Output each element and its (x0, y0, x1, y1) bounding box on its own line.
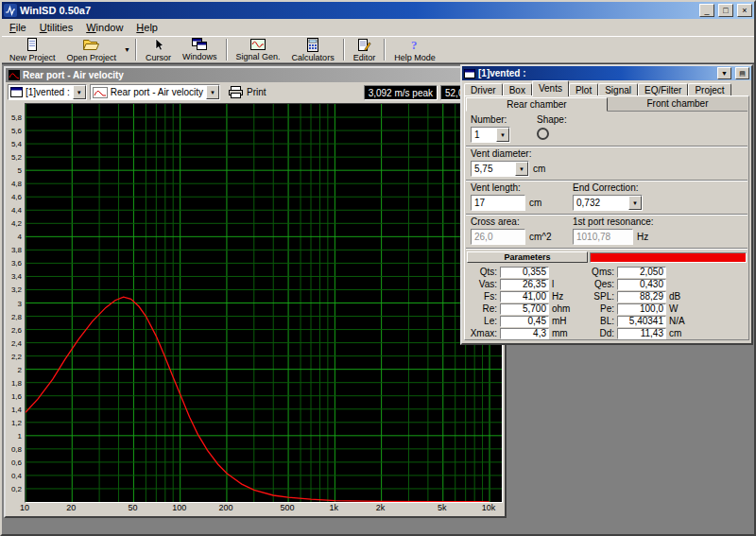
minimize-button[interactable]: _ (699, 4, 714, 17)
toolbar-button-label: Signal Gen. (236, 52, 281, 61)
parameter-label: Le: (468, 316, 500, 326)
window-title: WinISD 0.50a7 (20, 5, 696, 16)
vent-diameter-select[interactable]: 5,75 ▼ (471, 161, 529, 177)
print-button[interactable]: Print (223, 84, 272, 101)
parameter-value: 41,00 (500, 291, 549, 303)
chart-window-icon (9, 70, 20, 80)
y-axis-label: 4,4 (11, 206, 22, 215)
tab-rear-chamber[interactable]: Rear chamber (466, 97, 608, 112)
plot-type-select-value: Rear port - Air velocity (108, 87, 206, 97)
dropdown-arrow-icon[interactable]: ▼ (515, 162, 528, 176)
parameter-row: Le:0,45mHBL:5,40341N/A (468, 315, 746, 327)
plot-type-select[interactable]: Rear port - Air velocity ▼ (90, 84, 220, 100)
parameter-unit: cm (666, 328, 698, 338)
tab-front-chamber[interactable]: Front chamber (608, 97, 747, 112)
app-icon (4, 4, 17, 17)
parameter-row: Qts:0,355Qms:2,050 (468, 266, 746, 278)
chamber-tabs: Rear chamberFront chamber (466, 97, 747, 112)
maximize-button[interactable]: □ (718, 4, 733, 17)
parameter-value: 11,43 (617, 328, 666, 339)
parameter-value: 4,3 (500, 328, 549, 339)
y-axis-label: 1,4 (11, 405, 22, 413)
vent-number-select[interactable]: 1 ▼ (471, 127, 510, 143)
menu-window[interactable]: Window (79, 20, 129, 35)
tab-box[interactable]: Box (503, 83, 532, 96)
dropdown-arrow-icon[interactable]: ▼ (206, 85, 219, 99)
parameters-button[interactable]: Parameters (467, 251, 588, 263)
y-axis-label: 0,8 (11, 444, 22, 453)
tab-signal[interactable]: Signal (598, 83, 638, 96)
parameter-label: Qes: (581, 279, 617, 289)
vent-shape-circle-icon[interactable] (537, 128, 549, 140)
toolbar-calculators-button[interactable]: Calculators (286, 37, 340, 62)
tab-driver[interactable]: Driver (464, 83, 503, 96)
calculators-icon (307, 38, 318, 52)
vent-length-input[interactable] (471, 195, 525, 211)
toolbar-cursor-button[interactable]: Cursor (140, 37, 177, 62)
y-axis-label: 4,8 (11, 180, 22, 188)
vent-diameter-value: 5,75 (472, 164, 515, 174)
parameter-unit: mH (549, 316, 581, 326)
vent-diameter-unit: cm (533, 164, 545, 174)
toolbar-help-mode-button[interactable]: ?Help Mode (388, 37, 441, 62)
end-correction-select[interactable]: 0,732 ▼ (573, 195, 643, 211)
toolbar-separator (384, 39, 386, 61)
dropdown-arrow-icon[interactable]: ▼ (628, 196, 642, 210)
curve-icon (91, 87, 108, 98)
peak-readout: 3,092 m/s peak (364, 85, 438, 100)
parameter-label: Dd: (581, 328, 617, 338)
parameter-unit: N/A (666, 316, 698, 326)
x-axis-label: 500 (281, 503, 295, 512)
air-velocity-plot[interactable] (26, 104, 502, 502)
parameters-grid: Qts:0,355Qms:2,050Vas:26,35lQes:0,430Fs:… (466, 265, 747, 340)
toolbar-signal-gen-button[interactable]: Signal Gen. (231, 37, 286, 62)
toolbar-button-label: Windows (182, 52, 217, 61)
parameter-unit: dB (666, 291, 698, 302)
parameter-value: 0,430 (617, 279, 666, 290)
project-window: [1]vented : ▼ ▤ DriverBoxVentsPlotSignal… (460, 64, 753, 345)
toolbar-button-label: Help Mode (394, 53, 436, 62)
toolbar-separator (226, 39, 228, 61)
window-menu-button[interactable]: ▤ (735, 67, 749, 79)
menu-help[interactable]: Help (129, 20, 164, 35)
title-bar[interactable]: WinISD 0.50a7 _ □ × (2, 2, 754, 19)
project-window-titlebar[interactable]: [1]vented : ▼ ▤ (462, 66, 751, 80)
cursor-icon (153, 38, 164, 52)
tab-vents[interactable]: Vents (532, 80, 569, 96)
open-project-dropdown-arrow[interactable]: ▼ (122, 37, 132, 62)
tab-project[interactable]: Project (688, 83, 730, 96)
tab-plot[interactable]: Plot (569, 83, 598, 96)
menu-utilities[interactable]: Utilities (33, 20, 79, 35)
y-axis-label: 5,8 (11, 113, 22, 122)
vent-number-value: 1 (472, 130, 496, 140)
cross-area-field (471, 229, 525, 245)
x-axis-label: 1k (330, 503, 339, 512)
y-axis-label: 5,4 (11, 140, 22, 148)
signal-gen-icon (250, 38, 266, 51)
end-correction-label: End Correction: (573, 182, 643, 193)
close-button[interactable]: × (737, 4, 752, 17)
parameter-unit: l (549, 279, 581, 289)
tab-eq-filter[interactable]: EQ/Filter (638, 83, 688, 96)
chart-window-titlebar[interactable]: Rear port - Air velocity (6, 68, 505, 82)
shape-label: Shape: (537, 114, 567, 125)
rolldown-button[interactable]: ▼ (717, 67, 731, 79)
x-axis-label: 50 (128, 503, 137, 512)
print-label: Print (247, 87, 266, 97)
toolbar-windows-button[interactable]: Windows (177, 37, 223, 62)
parameter-label: Xmax: (468, 328, 500, 338)
dropdown-arrow-icon[interactable]: ▼ (73, 85, 86, 99)
help-icon: ? (409, 38, 421, 52)
mdi-workspace: Rear port - Air velocity [1]vented : ▼ R… (2, 63, 754, 534)
cross-area-unit: cm^2 (529, 232, 552, 242)
toolbar-open-project-button[interactable]: Open Project (61, 37, 123, 62)
parameter-value: 8,000 (500, 340, 549, 341)
dropdown-arrow-icon[interactable]: ▼ (496, 128, 509, 142)
toolbar-new-project-button[interactable]: New Project (4, 37, 61, 62)
menu-file[interactable]: File (3, 20, 33, 35)
parameter-value: 0,45 (500, 316, 549, 327)
y-axis-label: 1,2 (11, 418, 22, 426)
port-resonance-unit: Hz (637, 232, 648, 242)
toolbar-editor-button[interactable]: Editor (348, 37, 382, 62)
project-select[interactable]: [1]vented : ▼ (8, 84, 87, 100)
